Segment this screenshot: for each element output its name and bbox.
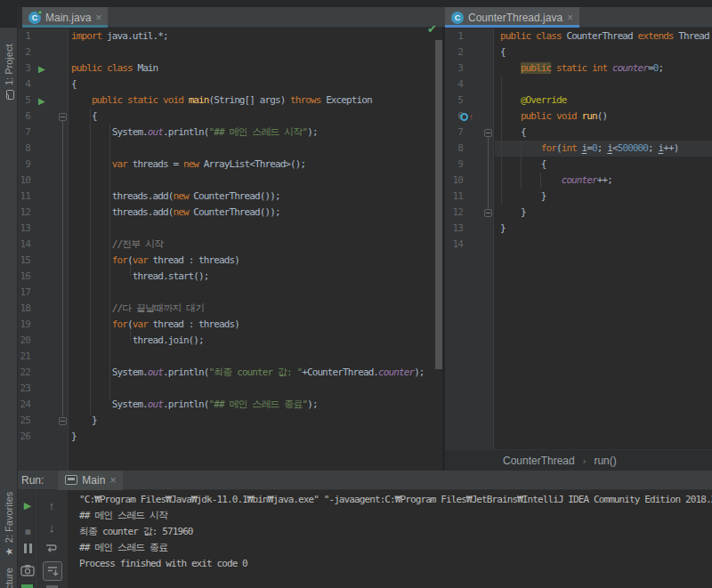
code-line: threads.add(new CounterThread()); — [71, 189, 280, 205]
rerun-button[interactable]: ▶ — [19, 497, 36, 513]
line-number: 1 — [445, 28, 463, 44]
code-line: System.out.println("## 메인 스레드 시작"); — [71, 125, 318, 141]
line-number: 14 — [18, 237, 30, 253]
window-top-strip — [0, 0, 712, 7]
line-number: 15 — [18, 253, 30, 269]
code-line: var threads = new ArrayList<Thread>(); — [71, 157, 305, 173]
thread-dump-button[interactable] — [19, 562, 36, 578]
tab-main-java[interactable]: C Main.java × — [22, 7, 108, 28]
editor-counterthread-java[interactable]: 1234567891011121314 ↑–– public class Cou… — [445, 28, 712, 449]
tab-title: CounterThread.java — [468, 12, 562, 24]
tab-underline — [445, 25, 579, 28]
line-number: 18 — [18, 301, 30, 317]
code-area[interactable]: public class CounterThread extends Threa… — [500, 28, 712, 449]
code-line: public void run() — [500, 109, 607, 125]
fold-icon[interactable]: – — [484, 129, 492, 137]
code-line: } — [71, 429, 77, 445]
tab-counterthread-java[interactable]: C CounterThread.java × — [445, 7, 579, 28]
line-number: 7 — [18, 125, 30, 141]
console-line: Process finished with exit code 0 — [69, 556, 712, 572]
close-icon[interactable]: × — [95, 13, 101, 22]
ide-window: C Main.java × C CounterThread.java × 123… — [0, 0, 712, 588]
line-number: 12 — [445, 205, 463, 221]
override-ring-icon — [460, 113, 468, 121]
run-tool-window: Run: Main × ▶ ■ — [18, 471, 712, 588]
code-line: thread.start(); — [71, 269, 209, 285]
breadcrumb-method[interactable]: run() — [594, 455, 616, 467]
code-line: { — [500, 157, 546, 173]
stop-button[interactable]: ■ — [19, 524, 36, 540]
code-line: } — [71, 413, 97, 429]
close-icon[interactable]: × — [567, 13, 573, 22]
code-line: public class Main — [71, 60, 158, 77]
line-number: 20 — [18, 333, 30, 349]
line-number: 3 — [18, 60, 30, 77]
breadcrumb-class[interactable]: CounterThread — [503, 455, 575, 467]
line-number: 3 — [445, 60, 463, 77]
line-number: 4 — [445, 77, 463, 93]
line-number: 16 — [18, 269, 30, 285]
project-icon — [4, 90, 14, 100]
overrides-method-gutter-icon[interactable]: ↑ — [460, 109, 485, 125]
code-line: System.out.println("## 메인 스레드 종료"); — [71, 397, 318, 413]
run-panel-header: Run: Main × — [18, 471, 712, 490]
tab-title: Main.java — [45, 12, 91, 24]
breadcrumb: CounterThread › run() — [445, 449, 712, 471]
run-class-gutter-icon[interactable]: ▶ — [38, 60, 51, 77]
editor-tab-bar: C Main.java × C CounterThread.java × — [18, 7, 712, 28]
code-line: counter++; — [500, 173, 612, 189]
line-number: 25 — [18, 413, 30, 429]
console-icon — [65, 475, 77, 485]
line-number: 8 — [445, 141, 463, 157]
scrollbar-thumb[interactable] — [435, 40, 442, 369]
console-line: ## 메인 스레드 종료 — [69, 540, 712, 556]
chevron-right-icon: › — [583, 455, 587, 466]
line-number: 11 — [445, 189, 463, 205]
run-panel-label: Run: — [21, 474, 44, 487]
runnable-dot-icon — [37, 10, 43, 15]
line-number: 2 — [445, 44, 463, 60]
scroll-to-end-button[interactable] — [43, 561, 62, 581]
line-number: 22 — [18, 365, 30, 381]
code-line: threads.add(new CounterThread()); — [71, 205, 280, 221]
toolwindow-button-project[interactable]: 1: Project — [4, 44, 14, 100]
fold-end-icon[interactable]: – — [59, 417, 67, 425]
java-class-icon: C — [28, 12, 41, 24]
run-main-gutter-icon[interactable]: ▶ — [38, 93, 51, 109]
inspections-ok-check-icon[interactable]: ✔ — [427, 22, 437, 36]
tool-window-stripe: 1: Project ★ 2: Favorites 7: Structure — [0, 0, 18, 588]
fold-connector-line — [62, 121, 63, 416]
partial-icon[interactable] — [21, 584, 33, 588]
code-line: } — [500, 221, 506, 237]
pause-output-button[interactable] — [19, 540, 36, 556]
stripe-top-dark — [0, 0, 18, 28]
line-number: 26 — [18, 429, 30, 445]
override-arrow-icon: ↑ — [469, 112, 473, 122]
soft-wrap-button[interactable] — [43, 541, 61, 557]
code-line: { — [500, 125, 526, 141]
star-icon: ★ — [4, 547, 13, 556]
run-tab-main[interactable]: Main × — [58, 471, 123, 490]
console-line: ## 메인 스레드 시작 — [69, 508, 712, 524]
line-number: 23 — [18, 381, 30, 397]
toolwindow-button-favorites[interactable]: ★ 2: Favorites — [4, 492, 14, 556]
run-panel-body: ▶ ■ ↑ ↓ — [18, 490, 712, 588]
fold-icon[interactable]: – — [59, 113, 67, 121]
code-area[interactable]: import java.util.*;public class Main{ pu… — [71, 28, 442, 471]
toolwindow-button-structure[interactable]: 7: Structure — [4, 568, 14, 588]
line-number: 10 — [18, 173, 30, 189]
camera-icon — [20, 564, 35, 576]
close-icon[interactable]: × — [109, 476, 116, 485]
code-line: //전부 시작 — [71, 237, 163, 253]
code-line: @Override — [500, 93, 566, 109]
line-number: 24 — [18, 397, 30, 413]
java-class-icon: C — [451, 12, 464, 24]
code-line: for(var thread : threads) — [71, 317, 239, 333]
fold-end-icon[interactable]: – — [484, 209, 492, 217]
console-line: "C:₩Program Files₩Java₩jdk-11.0.1₩bin₩ja… — [69, 492, 712, 508]
line-number: 9 — [18, 157, 30, 173]
up-stacktrace-button[interactable]: ↑ — [43, 497, 61, 513]
run-toolbar: ▶ ■ — [18, 490, 37, 588]
editor-main-java[interactable]: 1234567891011121314151617181920212223242… — [18, 28, 442, 471]
down-stacktrace-button[interactable]: ↓ — [43, 520, 61, 536]
